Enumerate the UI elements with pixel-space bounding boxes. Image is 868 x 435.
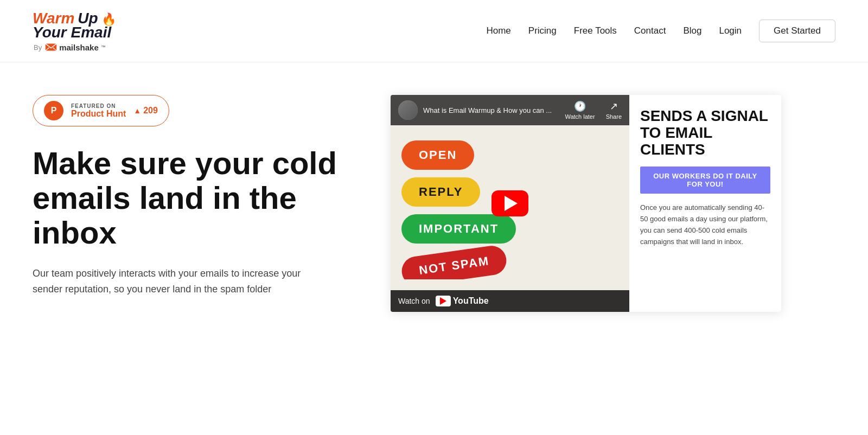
- video-panel: What is Email Warmup & How you can ... 🕐…: [391, 95, 781, 312]
- play-button-overlay[interactable]: [492, 190, 528, 216]
- ph-text-group: FEATURED ON Product Hunt: [71, 103, 126, 119]
- mailshake-text: mailshake: [59, 43, 99, 52]
- ph-arrow-icon: ▲: [133, 106, 141, 115]
- mailshake-icon: [45, 42, 57, 52]
- watch-later-label: Watch later: [565, 113, 595, 120]
- pill-reply: REPLY: [401, 177, 480, 207]
- play-triangle-icon: [505, 196, 518, 211]
- yt-bottom-bar[interactable]: Watch on YouTube: [391, 290, 629, 312]
- youtube-logo: YouTube: [436, 296, 489, 306]
- mailshake-tm: ™: [101, 44, 106, 50]
- play-button[interactable]: [492, 190, 528, 216]
- hero-left-panel: P FEATURED ON Product Hunt ▲ 209 Make su…: [33, 95, 358, 297]
- pill-open: OPEN: [401, 140, 474, 170]
- video-description: Once you are automatically sending 40-50…: [640, 202, 770, 247]
- ph-featured-on-text: FEATURED ON: [71, 103, 126, 109]
- yt-video-title: What is Email Warmup & How you can ...: [423, 106, 559, 114]
- pill-not-spam: NOT SPAM: [400, 244, 508, 279]
- pill-important: IMPORTANT: [401, 214, 516, 244]
- yt-watch-later[interactable]: 🕐 Watch later: [565, 100, 595, 120]
- main-nav: Home Pricing Free Tools Contact Blog Log…: [486, 20, 835, 42]
- ph-product-hunt-text: Product Hunt: [71, 109, 126, 119]
- hero-subtitle: Our team positively interacts with your …: [33, 266, 315, 297]
- logo-by-text: By: [34, 43, 42, 52]
- share-icon: ↗: [610, 100, 618, 112]
- nav-free-tools[interactable]: Free Tools: [574, 25, 617, 36]
- mailshake-logo: mailshake™: [45, 42, 106, 52]
- logo[interactable]: Warm Up 🔥 Your Email By mailshake™: [33, 10, 116, 52]
- youtube-triangle-icon: [440, 297, 446, 305]
- yt-channel-avatar: [398, 100, 418, 120]
- logo-your-email: Your Email: [33, 24, 111, 41]
- clock-icon: 🕐: [574, 100, 586, 112]
- nav-blog[interactable]: Blog: [683, 25, 701, 36]
- video-embed[interactable]: What is Email Warmup & How you can ... 🕐…: [391, 95, 781, 312]
- signal-title: SENDS A SIGNAL TO EMAIL CLIENTS: [640, 108, 770, 158]
- share-label: Share: [606, 113, 622, 120]
- get-started-button[interactable]: Get Started: [759, 20, 835, 42]
- youtube-play-icon: [436, 296, 451, 306]
- yt-actions: 🕐 Watch later ↗ Share: [565, 100, 622, 120]
- nav-home[interactable]: Home: [486, 25, 510, 36]
- yt-header-bar: What is Email Warmup & How you can ... 🕐…: [391, 95, 629, 125]
- nav-login[interactable]: Login: [719, 25, 742, 36]
- video-left-area[interactable]: What is Email Warmup & How you can ... 🕐…: [391, 95, 629, 312]
- youtube-text: YouTube: [453, 296, 489, 306]
- nav-contact[interactable]: Contact: [634, 25, 666, 36]
- ph-count-number: 209: [143, 106, 158, 116]
- video-info-panel: SENDS A SIGNAL TO EMAIL CLIENTS OUR WORK…: [629, 95, 781, 312]
- hero-title: Make sure your cold emails land in the i…: [33, 146, 358, 250]
- ph-p-icon: P: [44, 101, 63, 120]
- ph-count: ▲ 209: [133, 106, 158, 116]
- workers-badge: OUR WORKERS DO IT DAILY FOR YOU!: [640, 167, 770, 194]
- nav-pricing[interactable]: Pricing: [528, 25, 557, 36]
- product-hunt-badge[interactable]: P FEATURED ON Product Hunt ▲ 209: [33, 95, 169, 126]
- watch-on-text: Watch on: [398, 297, 430, 305]
- yt-share[interactable]: ↗ Share: [606, 100, 622, 120]
